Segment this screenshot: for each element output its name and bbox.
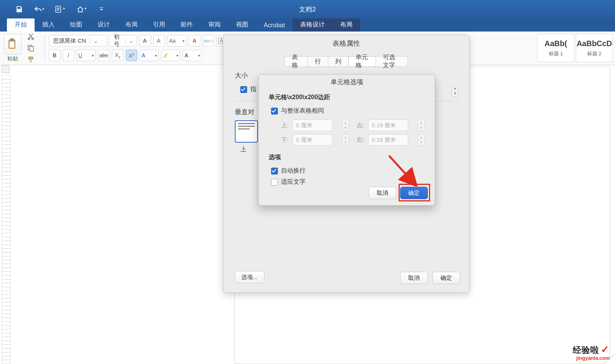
change-case-label: Aa bbox=[169, 38, 176, 44]
tab-mail[interactable]: 邮件 bbox=[173, 18, 201, 32]
font-name-value: 思源黑体 CN bbox=[49, 37, 90, 45]
tab-home[interactable]: 开始 bbox=[7, 18, 35, 32]
subscript-button[interactable]: X2 bbox=[112, 50, 123, 61]
vertical-ruler[interactable] bbox=[2, 75, 11, 364]
clear-format-button[interactable]: A bbox=[189, 35, 200, 47]
style-heading-2[interactable]: AaBbCcD 标题 2 bbox=[576, 34, 613, 62]
check-icon: ✓ bbox=[601, 344, 610, 355]
tab-table-layout[interactable]: 布局 bbox=[332, 18, 360, 32]
svg-point-4 bbox=[28, 38, 30, 40]
font-name-combo[interactable]: 思源黑体 CN⌄ bbox=[49, 35, 107, 47]
margin-top-stepper[interactable]: ▲▼ bbox=[342, 120, 349, 131]
margin-right-label: 右: bbox=[353, 136, 364, 144]
grow-font-button[interactable]: Aˆ bbox=[140, 35, 151, 47]
style-heading-1[interactable]: AaBb( 标题 1 bbox=[537, 34, 574, 62]
tab-cell[interactable]: 单元格 bbox=[348, 56, 376, 67]
measure-stepper[interactable]: ▲▼ bbox=[452, 85, 459, 96]
fit-text-label: 适应文字 bbox=[281, 178, 306, 186]
window-title: 文档2 bbox=[0, 5, 615, 14]
underline-button[interactable]: U▾ bbox=[76, 50, 96, 61]
tab-design[interactable]: 设计 bbox=[90, 18, 118, 32]
copy-icon[interactable] bbox=[26, 44, 35, 52]
align-top-button[interactable] bbox=[235, 120, 258, 143]
margin-right-field[interactable]: 0.19 厘米 bbox=[368, 134, 408, 146]
tab-row[interactable]: 行 bbox=[308, 56, 328, 67]
preferred-width-label: 指 bbox=[250, 85, 256, 93]
paste-button[interactable] bbox=[4, 34, 22, 55]
margin-right-stepper[interactable]: ▲▼ bbox=[418, 134, 425, 146]
strike-button[interactable]: abc bbox=[98, 50, 110, 61]
margin-top-field[interactable]: 0 厘米 bbox=[293, 120, 332, 131]
phonetic-button[interactable]: abcⓘ bbox=[203, 35, 214, 47]
format-painter-icon[interactable] bbox=[26, 55, 35, 64]
options-section-label: 选项 bbox=[269, 153, 425, 161]
shrink-font-button[interactable]: Aˇ bbox=[153, 35, 165, 47]
bold-button[interactable]: B bbox=[49, 50, 60, 61]
italic-button[interactable]: I bbox=[63, 50, 74, 61]
style-preview: AaBb( bbox=[545, 39, 567, 48]
highlight-button[interactable]: ▾ bbox=[161, 50, 180, 61]
tab-references[interactable]: 引用 bbox=[145, 18, 173, 32]
margin-bottom-stepper[interactable]: ▲▼ bbox=[342, 134, 349, 146]
tab-column[interactable]: 列 bbox=[328, 56, 349, 67]
cell-options-dialog: 单元格选项 单元格\x200\x200边距 与整张表格相同 上: 0 厘米 ▲▼… bbox=[258, 74, 435, 206]
margins-grid: 上: 0 厘米 ▲▼ 左: 0.19 厘米 ▲▼ 下: 0 厘米 ▲▼ 右: 0… bbox=[277, 120, 425, 146]
style-label: 标题 1 bbox=[549, 50, 563, 57]
table-properties-tabs: 表格 行 列 单元格 可选文字 bbox=[285, 56, 408, 67]
margin-left-value: 0.19 厘米 bbox=[372, 122, 396, 129]
style-gallery: AaBb( 标题 1 AaBbCcD 标题 2 bbox=[537, 34, 613, 62]
svg-rect-9 bbox=[30, 59, 32, 62]
paste-label: 粘贴 bbox=[7, 55, 18, 62]
svg-rect-10 bbox=[164, 57, 168, 58]
page-corner bbox=[605, 354, 615, 364]
ruler-corner[interactable] bbox=[2, 65, 9, 73]
tab-draw[interactable]: 绘图 bbox=[62, 18, 90, 32]
tab-insert[interactable]: 插入 bbox=[35, 18, 62, 32]
cell-margins-label: 单元格\x200\x200边距 bbox=[269, 93, 425, 101]
cell-options-button[interactable]: 选项... bbox=[235, 271, 264, 283]
cell-options-title: 单元格选项 bbox=[259, 75, 435, 90]
font-color-button[interactable]: A▾ bbox=[183, 50, 202, 61]
margin-left-stepper[interactable]: ▲▼ bbox=[418, 120, 425, 131]
margin-left-label: 左: bbox=[353, 121, 364, 130]
cell-options-ok-button[interactable]: 确定 bbox=[400, 187, 428, 199]
margin-top-value: 0 厘米 bbox=[296, 122, 312, 129]
strike-label: abc bbox=[100, 52, 108, 58]
svg-rect-7 bbox=[30, 47, 33, 51]
text-effects-button[interactable]: A▾ bbox=[140, 50, 159, 61]
cut-icon[interactable] bbox=[26, 32, 35, 41]
title-bar: 文档2 bbox=[0, 0, 615, 18]
underline-label: U bbox=[78, 52, 82, 58]
tab-table-design[interactable]: 表格设计 bbox=[293, 18, 332, 32]
wrap-text-checkbox[interactable]: 自动换行 bbox=[271, 167, 425, 175]
font-size-value: 初号 bbox=[110, 33, 125, 48]
watermark-url: jingyanla.com bbox=[573, 355, 610, 361]
tab-review[interactable]: 审阅 bbox=[201, 18, 228, 32]
tab-view[interactable]: 视图 bbox=[228, 18, 256, 32]
bold-label: B bbox=[53, 52, 57, 58]
tab-alt-text[interactable]: 可选文字 bbox=[376, 56, 408, 67]
margin-right-value: 0.19 厘米 bbox=[372, 136, 396, 144]
style-label: 标题 2 bbox=[587, 50, 602, 57]
svg-rect-8 bbox=[28, 57, 33, 59]
cell-options-cancel-button[interactable]: 取消 bbox=[369, 187, 396, 199]
margin-bottom-field[interactable]: 0 厘米 bbox=[293, 134, 332, 146]
svg-rect-2 bbox=[10, 38, 14, 41]
checkbox-icon bbox=[271, 179, 278, 186]
same-as-table-label: 与整张表格相同 bbox=[281, 107, 324, 115]
tab-table[interactable]: 表格 bbox=[284, 56, 308, 67]
tab-acrobat[interactable]: Acrobat bbox=[256, 20, 293, 32]
font-size-combo[interactable]: 初号⌄ bbox=[110, 35, 137, 47]
table-props-ok-button[interactable]: 确定 bbox=[432, 272, 460, 284]
margin-left-field[interactable]: 0.19 厘米 bbox=[368, 120, 408, 131]
same-as-table-checkbox[interactable]: 与整张表格相同 bbox=[271, 107, 425, 115]
change-case-button[interactable]: Aa▾ bbox=[167, 35, 186, 47]
fit-text-checkbox[interactable]: 适应文字 bbox=[271, 178, 425, 186]
svg-point-5 bbox=[32, 38, 34, 40]
dialog-title: 表格属性 bbox=[223, 39, 469, 48]
table-props-cancel-button[interactable]: 取消 bbox=[400, 272, 428, 284]
tab-layout[interactable]: 布局 bbox=[118, 18, 145, 32]
paste-group: 粘贴 bbox=[4, 34, 22, 62]
margin-top-label: 上: bbox=[277, 121, 289, 130]
superscript-button[interactable]: X2 bbox=[126, 50, 137, 61]
